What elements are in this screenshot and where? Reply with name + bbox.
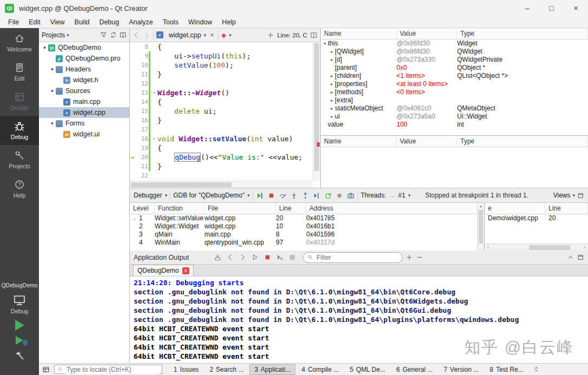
close-document-button[interactable]: × bbox=[209, 31, 215, 39]
breakpoints-horizontal-scrollbar[interactable]: ‹ › bbox=[485, 244, 588, 251]
step-into-icon[interactable] bbox=[290, 192, 298, 200]
output-tab[interactable]: QDebugDemo × bbox=[133, 265, 194, 276]
locator-input[interactable] bbox=[65, 365, 159, 374]
stack-frame-2[interactable]: 2Widget::Widgetwidget.cpp100x4016b1 bbox=[130, 222, 484, 231]
split-editor-button[interactable] bbox=[310, 31, 318, 39]
scrollbar-thumb[interactable] bbox=[479, 210, 483, 244]
attach-icon[interactable] bbox=[214, 253, 222, 261]
locals-row[interactable]: ▸[extra] bbox=[321, 96, 588, 104]
mode-design[interactable]: Design bbox=[0, 87, 39, 116]
tree-item-widget-ui[interactable]: uiwidget.ui bbox=[39, 129, 129, 140]
close-tab-button[interactable]: × bbox=[182, 267, 189, 274]
close-button[interactable]: × bbox=[564, 0, 588, 16]
output-pane-button-2[interactable]: 2Search ... bbox=[204, 364, 248, 375]
settings-icon[interactable] bbox=[288, 253, 296, 261]
tree-arrow[interactable]: ▸ bbox=[329, 96, 335, 104]
scroll-up-arrow[interactable]: ▴ bbox=[478, 203, 484, 209]
editor-horizontal-scrollbar[interactable] bbox=[130, 181, 313, 188]
tree-item-qdebugdemo-pro[interactable]: pQDebugDemo.pro bbox=[39, 53, 129, 64]
locals-row[interactable]: value100int bbox=[321, 121, 588, 129]
column-header-value[interactable]: Value bbox=[397, 136, 457, 147]
run-to-line-icon[interactable] bbox=[313, 192, 321, 200]
mode-edit[interactable]: Edit bbox=[0, 57, 39, 87]
code-line-13[interactable]: 13▾Widget::~Widget() bbox=[130, 88, 320, 97]
open-document-selector[interactable]: widget.cpp bbox=[169, 31, 201, 39]
breakpoint-row[interactable]: Demo\widget.cpp 20 bbox=[485, 214, 588, 222]
column-header-name[interactable]: Name bbox=[321, 136, 397, 147]
column-header-function[interactable]: Function bbox=[155, 203, 204, 214]
output-pane-button-6[interactable]: 6General ... bbox=[391, 364, 438, 375]
projects-pane-selector[interactable]: Projects bbox=[42, 31, 65, 39]
stack-frame-4[interactable]: 4WinMainqtentrypoint_win.cpp970x40317d bbox=[130, 239, 484, 247]
locals-row[interactable]: ▸[children]<1 items>QList<QObject *> bbox=[321, 72, 588, 80]
tree-arrow[interactable]: ▸ bbox=[329, 113, 335, 121]
maximize-button[interactable]: □ bbox=[539, 0, 564, 16]
zoom-in-button[interactable] bbox=[406, 254, 413, 261]
locals-row[interactable]: ▾this@0x86fd30Widget bbox=[321, 40, 588, 48]
menu-file[interactable]: File bbox=[3, 16, 24, 28]
zoom-out-button[interactable] bbox=[416, 254, 423, 261]
step-out-icon[interactable] bbox=[301, 192, 309, 200]
tree-item-main-cpp[interactable]: cmain.cpp bbox=[39, 96, 129, 107]
code-line-10[interactable]: 10 setValue(100); bbox=[130, 61, 320, 70]
column-header-file[interactable]: File bbox=[204, 203, 276, 214]
tree-item-forms[interactable]: ▾Forms bbox=[39, 118, 129, 129]
output-pane-button-5[interactable]: 5QML De... bbox=[345, 364, 391, 375]
debugger-pane-selector[interactable]: Debugger bbox=[134, 192, 162, 199]
output-pane-button-4[interactable]: 4Compile ... bbox=[296, 364, 343, 375]
minimize-button[interactable]: – bbox=[515, 0, 539, 16]
tree-arrow[interactable]: ▸ bbox=[329, 80, 335, 88]
tree-item-qdebugdemo[interactable]: ▾QtQDebugDemo bbox=[39, 42, 129, 53]
tree-item-sources[interactable]: ▾Sources bbox=[39, 85, 129, 96]
code-line-21[interactable]: 21} bbox=[130, 162, 320, 171]
stack-frame-3[interactable]: 3qMainmain.cpp80x401596 bbox=[130, 231, 484, 239]
stop-red-icon[interactable] bbox=[263, 253, 272, 261]
tree-item-widget-h[interactable]: hwidget.h bbox=[39, 75, 129, 85]
panel-toggle-icon[interactable] bbox=[577, 192, 584, 199]
locals-row[interactable]: ▸[d]@0x273a330QWidgetPrivate bbox=[321, 56, 588, 64]
locals-row[interactable]: ▸[methods]<0 items> bbox=[321, 88, 588, 96]
code-line-22[interactable]: 22 bbox=[130, 171, 320, 180]
locals-row[interactable]: ▸[properties]<at least 0 items> bbox=[321, 80, 588, 88]
editor-vertical-scrollbar[interactable] bbox=[313, 42, 320, 181]
locals-row[interactable]: ▸ui@0x273a5a0Ui::Widget bbox=[321, 113, 588, 121]
locator[interactable] bbox=[54, 365, 162, 374]
mode-help[interactable]: ?Help bbox=[0, 174, 39, 203]
code-line-15[interactable]: 15 delete ui; bbox=[130, 107, 320, 116]
back-button[interactable] bbox=[133, 31, 140, 39]
output-pane-button-7[interactable]: 7Version ... bbox=[439, 364, 484, 375]
toggle-output-panes-icon[interactable] bbox=[42, 366, 50, 373]
code-line-19[interactable]: 19{ bbox=[130, 143, 320, 153]
code-line-12[interactable]: 12 bbox=[130, 79, 320, 88]
column-header-file[interactable]: e bbox=[485, 203, 545, 214]
restart-icon[interactable] bbox=[324, 192, 332, 200]
views-selector[interactable]: Views bbox=[553, 192, 571, 199]
output-pane-button-3[interactable]: 3Applicati... bbox=[249, 364, 295, 375]
locals-row[interactable]: ▸[QWidget]@0x86fd30QWidget bbox=[321, 48, 588, 56]
tree-arrow[interactable]: ▸ bbox=[329, 72, 335, 80]
menu-window[interactable]: Window bbox=[183, 16, 217, 28]
tree-arrow[interactable]: ▸ bbox=[329, 56, 335, 64]
diamond-icon[interactable]: ◆ bbox=[221, 31, 226, 39]
add-icon[interactable] bbox=[267, 31, 274, 39]
forward-button[interactable] bbox=[143, 31, 150, 39]
continue-icon[interactable] bbox=[256, 192, 264, 200]
mode-welcome[interactable]: Welcome bbox=[0, 28, 39, 57]
sync-icon[interactable] bbox=[110, 31, 117, 38]
forward-icon[interactable] bbox=[239, 253, 247, 261]
scroll-right-arrow[interactable]: › bbox=[581, 245, 588, 250]
filter-icon[interactable] bbox=[100, 31, 107, 38]
menu-analyze[interactable]: Analyze bbox=[124, 16, 157, 28]
scrollbar-thumb[interactable] bbox=[131, 182, 232, 187]
scrollbar-track[interactable] bbox=[492, 244, 581, 251]
mode-projects[interactable]: Projects bbox=[0, 145, 39, 174]
scroll-left-arrow[interactable]: ‹ bbox=[485, 245, 492, 250]
tree-arrow[interactable]: ▸ bbox=[329, 48, 335, 56]
tree-item-widget-cpp[interactable]: cwidget.cpp bbox=[39, 107, 129, 118]
filter-box[interactable] bbox=[303, 252, 402, 263]
run-output-icon[interactable] bbox=[251, 253, 259, 261]
menu-debug[interactable]: Debug bbox=[94, 16, 124, 28]
output-pane-button-1[interactable]: 1Issues bbox=[169, 364, 203, 375]
code-line-8[interactable]: 8{ bbox=[130, 42, 320, 51]
locals-row[interactable]: ▸staticMetaObject@0x4061c0QMetaObject bbox=[321, 104, 588, 113]
